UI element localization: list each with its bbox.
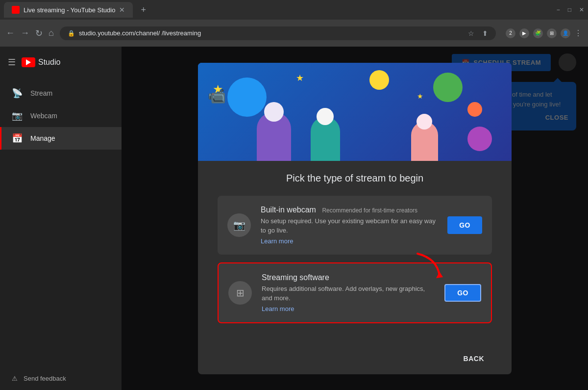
studio-text: Studio	[38, 58, 60, 67]
more-menu-btn[interactable]: ⋮	[574, 28, 582, 38]
hero-decoration-1	[227, 78, 267, 117]
software-option-icon: ⊞	[228, 281, 252, 305]
red-arrow-svg	[408, 249, 447, 283]
sidebar-item-manage-label: Manage	[30, 134, 55, 142]
ext-icon-1[interactable]: ▶	[519, 28, 529, 38]
hero-character-3	[411, 122, 438, 161]
yt-logo: Studio	[22, 57, 60, 67]
webcam-title-text: Built-in webcam	[261, 206, 316, 214]
lock-icon: 🔒	[68, 30, 75, 37]
tab-close-btn[interactable]: ✕	[119, 6, 125, 14]
webcam-option-title: Built-in webcam Recommended for first-ti…	[261, 206, 438, 214]
ext-icon-3[interactable]: ⊞	[547, 28, 557, 38]
send-feedback-btn[interactable]: ⚠ Send feedback	[0, 367, 122, 390]
hero-deco-yellow	[369, 70, 389, 90]
hero-star-3: ★	[417, 92, 423, 100]
sidebar-item-webcam[interactable]: 📷 Webcam	[0, 104, 122, 127]
refresh-btn[interactable]: ↻	[35, 28, 43, 39]
modal-title: Pick the type of stream to begin	[218, 173, 492, 184]
sidebar-item-manage[interactable]: 📅 Manage	[0, 127, 122, 150]
stream-icon: 📡	[12, 88, 23, 99]
software-go-btn[interactable]: GO	[444, 284, 481, 302]
title-bar: Live streaming - YouTube Studio ✕ + − □ …	[0, 0, 588, 20]
ext-icon-4[interactable]: 👤	[561, 28, 570, 38]
hero-camera-icon: 📹	[208, 87, 226, 104]
webcam-option-card: 📷 Built-in webcam Recommended for first-…	[218, 196, 492, 255]
webcam-learn-more-link[interactable]: Learn more	[261, 237, 438, 245]
tab-favicon	[12, 6, 20, 14]
window-controls: − □ ✕	[557, 6, 584, 13]
webcam-option-icon: 📷	[227, 213, 251, 237]
sidebar-item-stream[interactable]: 📡 Stream	[0, 82, 122, 104]
webcam-go-btn[interactable]: GO	[447, 216, 482, 234]
hero-character-1	[257, 112, 291, 161]
sidebar-item-webcam-label: Webcam	[30, 112, 57, 120]
browser-chrome: Live streaming - YouTube Studio ✕ + − □ …	[0, 0, 588, 47]
youtube-icon	[22, 57, 35, 67]
feedback-label: Send feedback	[24, 375, 66, 382]
extension-badge: 2	[506, 28, 515, 38]
webcam-icon: 📷	[12, 110, 23, 121]
svg-marker-0	[436, 272, 443, 278]
home-btn[interactable]: ⌂	[49, 28, 54, 38]
url-actions: ☆ ⬆	[468, 29, 488, 37]
manage-icon: 📅	[12, 133, 23, 144]
app-container: ☰ Studio 📡 Stream 📷 Webcam 📅 Manage ⚠ Se…	[0, 47, 588, 390]
url-bar[interactable]: 🔒 studio.youtube.com/channel/ /livestrea…	[60, 26, 496, 40]
close-btn[interactable]: ✕	[579, 6, 584, 13]
restore-btn[interactable]: □	[568, 6, 571, 13]
software-option-desc: Requires additional software. Add overla…	[262, 284, 435, 303]
sidebar-header: ☰ Studio	[0, 47, 122, 78]
hero-star-2: ★	[296, 73, 304, 83]
browser-actions: 2 ▶ 🧩 ⊞ 👤 ⋮	[506, 28, 582, 38]
hero-character-2	[311, 117, 340, 161]
ext-icon-2[interactable]: 🧩	[533, 28, 543, 38]
new-tab-btn[interactable]: +	[137, 3, 150, 17]
webcam-option-desc: No setup required. Use your existing web…	[261, 216, 438, 235]
modal-overlay: ★ ★ ★ 📹 Pick the type of stream to begin	[122, 47, 588, 390]
hero-deco-purple	[467, 127, 492, 151]
hero-decoration-2	[433, 73, 463, 102]
tab-title: Live streaming - YouTube Studio	[24, 6, 115, 14]
bookmark-icon[interactable]: ☆	[468, 29, 474, 37]
share-icon[interactable]: ⬆	[482, 29, 488, 37]
modal-footer: BACK	[198, 347, 512, 374]
hamburger-icon[interactable]: ☰	[8, 57, 16, 68]
active-tab[interactable]: Live streaming - YouTube Studio ✕	[4, 2, 133, 18]
sidebar-nav: 📡 Stream 📷 Webcam 📅 Manage	[0, 82, 122, 150]
sidebar-item-stream-label: Stream	[30, 89, 52, 97]
webcam-badge: Recommended for first-time creators	[322, 207, 417, 214]
feedback-icon: ⚠	[12, 375, 18, 382]
address-bar: ← → ↻ ⌂ 🔒 studio.youtube.com/channel/ /l…	[0, 20, 588, 47]
url-text: studio.youtube.com/channel/ /livestreami…	[79, 29, 201, 37]
back-nav-btn[interactable]: ←	[6, 28, 15, 38]
sidebar: ☰ Studio 📡 Stream 📷 Webcam 📅 Manage ⚠ Se…	[0, 47, 122, 390]
forward-nav-btn[interactable]: →	[21, 28, 29, 38]
software-option-card: ⊞ Streaming software Requires additional…	[218, 262, 492, 323]
software-learn-more-link[interactable]: Learn more	[262, 305, 435, 312]
arrow-annotation	[408, 249, 447, 285]
main-content: 📅 SCHEDULE STREAM ule your stream ahead …	[122, 47, 588, 390]
webcam-option-content: Built-in webcam Recommended for first-ti…	[261, 206, 438, 245]
hero-deco-orange	[467, 102, 482, 117]
modal-body: Pick the type of stream to begin 📷 Built…	[198, 161, 512, 347]
back-btn[interactable]: BACK	[456, 351, 492, 366]
stream-type-modal: ★ ★ ★ 📹 Pick the type of stream to begin	[198, 63, 512, 374]
modal-hero: ★ ★ ★ 📹	[198, 63, 512, 161]
minimize-btn[interactable]: −	[557, 6, 560, 13]
